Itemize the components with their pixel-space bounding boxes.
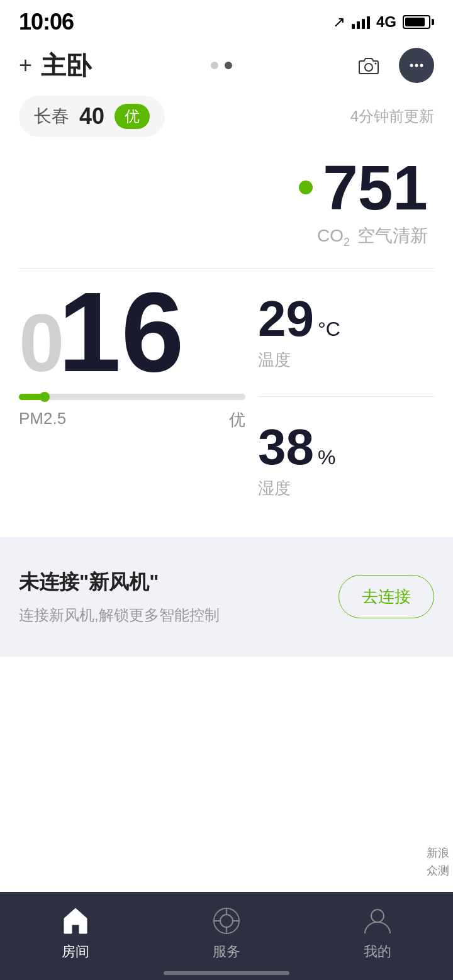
dot-2 — [225, 62, 232, 69]
weather-update-time: 4分钟前更新 — [350, 106, 434, 126]
weather-quality-badge: 优 — [115, 104, 150, 129]
pm25-display: 0 16 — [19, 281, 245, 384]
header-left: + 主卧 — [19, 48, 91, 83]
signal-bar-1 — [352, 24, 355, 29]
temp-value: 29 — [258, 294, 314, 344]
svg-point-3 — [415, 64, 418, 67]
svg-point-4 — [420, 64, 423, 67]
weather-city: 长春 — [34, 104, 69, 128]
svg-point-2 — [410, 64, 413, 67]
signal-bars — [352, 15, 370, 29]
humidity-value-row: 38 % — [258, 422, 434, 472]
svg-point-7 — [371, 910, 384, 922]
weather-strip: 长春 40 优 4分钟前更新 — [0, 89, 453, 143]
co2-value-row: 751 — [299, 156, 428, 219]
humidity-label: 湿度 — [258, 477, 434, 499]
status-bar: 10:06 ↗ 4G — [0, 0, 453, 42]
nav-item-service[interactable]: 服务 — [210, 905, 243, 961]
svg-point-1 — [375, 63, 377, 65]
temp-unit: °C — [318, 318, 340, 341]
svg-point-0 — [365, 64, 372, 71]
humidity-value: 38 — [258, 422, 314, 472]
pm25-bar — [19, 394, 245, 400]
watermark: 新浪 众测 — [423, 844, 453, 879]
co2-value: 751 — [323, 156, 428, 219]
weather-aqi: 40 — [79, 103, 104, 130]
signal-bar-3 — [362, 19, 365, 29]
temperature-section: 29 °C 温度 — [258, 281, 434, 384]
temp-label: 温度 — [258, 349, 434, 371]
bottom-nav: 房间 服务 我的 — [0, 892, 453, 980]
pm25-label: PM2.5 — [19, 409, 66, 431]
connect-banner: 未连接"新风机" 连接新风机,解锁更多智能控制 去连接 — [0, 537, 453, 657]
co2-status-dot — [299, 181, 313, 194]
co2-section: 751 CO2 空气清新 — [19, 156, 434, 249]
nav-item-home[interactable]: 房间 — [59, 905, 92, 961]
divider-2 — [258, 396, 434, 397]
pm25-quality: 优 — [229, 409, 245, 431]
svg-point-6 — [220, 915, 233, 927]
room-title: 主卧 — [41, 48, 91, 83]
connect-text: 未连接"新风机" 连接新风机,解锁更多智能控制 — [19, 569, 220, 625]
signal-bar-4 — [367, 16, 370, 29]
watermark-line1: 新浪 — [423, 844, 453, 862]
pm25-section: 0 16 PM2.5 优 — [19, 281, 258, 431]
pm25-value: 16 — [58, 281, 184, 383]
temp-value-row: 29 °C — [258, 294, 434, 344]
pm25-bar-bg — [19, 394, 245, 400]
metrics-row: 0 16 PM2.5 优 29 °C 温度 — [19, 281, 434, 512]
co2-label-row: CO2 空气清新 — [317, 224, 428, 249]
connect-button[interactable]: 去连接 — [338, 575, 434, 618]
connect-title: 未连接"新风机" — [19, 569, 220, 596]
add-room-button[interactable]: + — [19, 52, 32, 79]
signal-4g-label: 4G — [376, 13, 396, 31]
nav-label-mine: 我的 — [364, 942, 391, 961]
humidity-unit: % — [318, 446, 335, 469]
header: + 主卧 — [0, 42, 453, 89]
more-button[interactable] — [399, 48, 434, 83]
dot-1 — [211, 62, 218, 69]
status-icons: ↗ 4G — [333, 13, 434, 31]
co2-label: CO2 — [317, 226, 350, 249]
header-right — [351, 48, 434, 83]
nav-label-service: 服务 — [213, 942, 240, 961]
signal-bar-2 — [357, 21, 360, 29]
nav-label-home: 房间 — [62, 942, 89, 961]
weather-info: 长春 40 优 — [19, 96, 165, 137]
home-indicator — [164, 971, 289, 975]
nav-item-mine[interactable]: 我的 — [361, 905, 394, 961]
main-content: 751 CO2 空气清新 0 16 PM2.5 优 — [0, 143, 453, 512]
pm25-labels: PM2.5 优 — [19, 409, 245, 431]
pm25-bar-fill — [19, 394, 46, 400]
co2-status-text: 空气清新 — [357, 224, 428, 248]
connect-desc: 连接新风机,解锁更多智能控制 — [19, 605, 220, 625]
battery-icon — [403, 15, 434, 29]
humidity-section: 38 % 湿度 — [258, 409, 434, 512]
status-time: 10:06 — [19, 9, 74, 35]
page-dots — [211, 62, 232, 69]
location-icon: ↗ — [333, 13, 345, 31]
camera-button[interactable] — [351, 48, 386, 83]
watermark-line2: 众测 — [423, 862, 453, 879]
right-metrics: 29 °C 温度 38 % 湿度 — [258, 281, 434, 512]
